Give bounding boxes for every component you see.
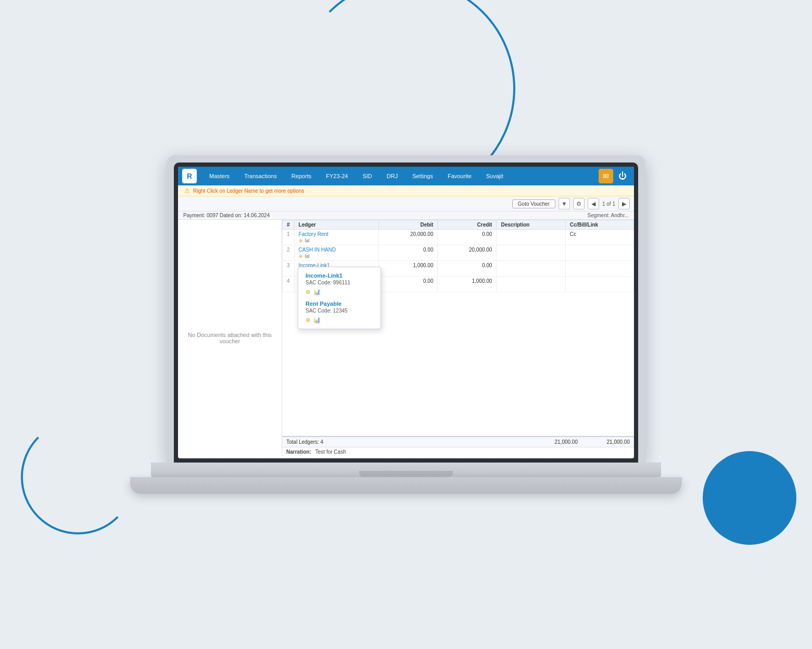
laptop-hinge [359,471,453,477]
settings-icon-button[interactable]: ⚙ [573,198,585,209]
goto-voucher-button[interactable]: Goto Voucher [512,199,555,208]
row-2-credit: 20,000.00 [438,245,497,261]
credit-total: 21,000.00 [588,439,630,445]
row-3-cc [565,261,633,277]
ledger-lal-1: lal [305,238,310,243]
row-4-credit: 1,000.00 [438,277,497,292]
row-2-num: 2 [283,245,295,261]
scene: R Masters Transactions Reports FY23-24 [0,0,812,649]
notification-text: Right Click on Ledger Name to get more o… [193,188,304,194]
decorative-circle-left [21,420,135,534]
no-docs-text: No Documents attached with this voucher [184,332,275,344]
nav-fy[interactable]: FY23-24 [319,167,355,185]
debit-total: 21,000.00 [536,439,578,445]
app-logo[interactable]: R [182,169,197,183]
ledger-lal-2: lal [305,254,310,259]
nav-next-button[interactable]: ▶ [618,198,630,209]
table-row: 1 Factory Rent ⊕ lal [283,230,634,245]
nav-transactions[interactable]: Transactions [237,167,284,185]
laptop-bezel: R Masters Transactions Reports FY23-24 [174,163,638,463]
popup-info-icon-2[interactable]: ⊕ [306,317,310,323]
row-3-num: 3 [283,261,295,277]
ledger-popup: Income-Link1 SAC Code: 996111 ⊕ 📊 Rent P… [298,267,381,329]
ledger-icon-2: ⊕ [299,254,303,259]
filter-icon-button[interactable]: ▼ [559,198,570,209]
total-ledgers-label: Total Ledgers: 4 [286,439,323,445]
popup-row4-title: Rent Payable [306,301,373,307]
row-2-ledger-name: CASH IN HAND [299,247,375,253]
popup-row3-sub: SAC Code: 996111 [306,280,373,285]
gear-icon: ⚙ [576,201,581,207]
nav-prev-button[interactable]: ◀ [588,198,599,209]
row-1-num: 1 [283,230,295,245]
warning-icon: ⚠ [184,187,190,194]
row-2-desc [497,245,565,261]
voucher-header: Payment: 0097 Dated on: 14.06.2024 [183,213,270,218]
segment-info: Segment: Andhr... [588,213,629,218]
row-1-desc [497,230,565,245]
nav-drj[interactable]: DRJ [379,167,405,185]
filter-icon: ▼ [562,201,567,207]
row-2-debit: 0.00 [379,245,438,261]
mail-icon-button[interactable]: ✉ [599,169,613,183]
laptop-screen: R Masters Transactions Reports FY23-24 [178,167,634,458]
row-1-ledger[interactable]: Factory Rent ⊕ lal [294,230,379,245]
popup-bar-icon[interactable]: 📊 [313,289,321,295]
chevron-right-icon: ▶ [622,201,626,207]
toolbar-row: Goto Voucher ▼ ⚙ ◀ 1 of 1 ▶ [178,196,634,211]
row-3-credit: 0.00 [438,261,497,277]
laptop-screen-outer: R Masters Transactions Reports FY23-24 [167,155,645,463]
row-4-desc [497,277,565,292]
nav-settings[interactable]: Settings [405,167,440,185]
row-1-debit: 20,000.00 [379,230,438,245]
right-panel: # Ledger Debit Credit Description Cc/Bil… [282,220,634,456]
navbar: R Masters Transactions Reports FY23-24 [178,167,634,185]
power-icon-button[interactable]: ⏻ [615,169,630,183]
notification-bar: ⚠ Right Click on Ledger Name to get more… [178,185,634,196]
col-cc-bill: Cc/Bill/Link [565,220,633,230]
popup-row4-sub: SAC Code: 12345 [306,308,373,314]
col-num: # [283,220,295,230]
row-2-ledger-sub: ⊕ lal [299,254,375,259]
col-ledger: Ledger [294,220,379,230]
table-row: 2 CASH IN HAND ⊕ lal [283,245,634,261]
narration-label: Narration: [286,449,311,455]
popup-bar-icon-2[interactable]: 📊 [313,317,321,323]
narration-row: Narration: Test for Cash [282,447,634,456]
row-1-ledger-name: Factory Rent [299,231,375,237]
laptop-base [151,463,661,477]
row-4-num: 4 [283,277,295,292]
nav-favourite[interactable]: Favourite [440,167,479,185]
main-content: No Documents attached with this voucher … [178,220,634,456]
chevron-left-icon: ◀ [591,201,595,207]
row-4-debit: 0.00 [379,277,438,292]
nav-masters[interactable]: Masters [202,167,237,185]
laptop: R Masters Transactions Reports FY23-24 [130,155,682,494]
row-1-cc: Cc [565,230,633,245]
nav-reports[interactable]: Reports [284,167,319,185]
row-3-debit: 1,000.00 [379,261,438,277]
page-info: 1 of 1 [602,201,615,207]
laptop-bottom [130,477,682,494]
col-debit: Debit [379,220,438,230]
popup-info-icon[interactable]: ⊕ [306,289,310,295]
narration-value: Test for Cash [315,449,346,455]
popup-row3-icons: ⊕ 📊 [306,289,373,295]
row-1-credit: 0.00 [438,230,497,245]
left-panel: No Documents attached with this voucher [178,220,282,456]
footer-totals: Total Ledgers: 4 21,000.00 21,000.00 [282,436,634,447]
row-2-ledger[interactable]: CASH IN HAND ⊕ lal [294,245,379,261]
row-2-cc [565,245,633,261]
col-description: Description [497,220,565,230]
col-credit: Credit [438,220,497,230]
row-1-ledger-sub: ⊕ lal [299,238,375,243]
popup-row4-icons: ⊕ 📊 [306,317,373,323]
row-4-cc [565,277,633,292]
row-3-desc [497,261,565,277]
nav-user[interactable]: Suvajit [479,167,511,185]
decorative-circle-right [703,451,796,545]
popup-row3-title: Income-Link1 [306,272,373,279]
nav-sid[interactable]: SID [355,167,379,185]
ledger-icon-1: ⊕ [299,238,303,243]
